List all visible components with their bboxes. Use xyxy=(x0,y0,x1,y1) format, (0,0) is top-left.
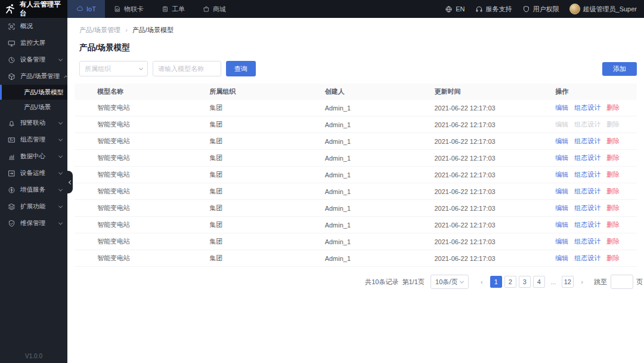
scada-design-link[interactable]: 组态设计 xyxy=(574,104,600,111)
edit-link[interactable]: 编辑 xyxy=(555,154,568,161)
edit-link[interactable]: 编辑 xyxy=(555,171,568,178)
sidebar-item-overview[interactable]: 概况 xyxy=(0,18,67,35)
topbar-globe-item[interactable]: EN xyxy=(445,5,465,13)
delete-link[interactable]: 删除 xyxy=(606,187,620,195)
scada-design-link[interactable]: 组态设计 xyxy=(574,171,600,178)
page-button-12[interactable]: 12 xyxy=(562,276,574,288)
pagination-total: 共10条记录 xyxy=(365,278,398,287)
scada-design-link[interactable]: 组态设计 xyxy=(574,254,600,262)
sidebar-item-extension[interactable]: 扩展功能 xyxy=(0,198,67,215)
cell-name: 智能变电站 xyxy=(75,137,209,146)
table-row: 智能变电站集团Admin_12021-06-22 12:17:03编辑组态设计删… xyxy=(75,200,637,217)
topbar-headset-item[interactable]: 服务支持 xyxy=(475,5,512,14)
edit-link[interactable]: 编辑 xyxy=(555,104,568,111)
table-row: 智能变电站集团Admin_12021-06-22 12:17:03编辑组态设计删… xyxy=(75,217,637,233)
prev-page-button[interactable]: ‹ xyxy=(476,276,488,288)
cell-actions: 编辑组态设计删除 xyxy=(555,220,637,229)
cell-name: 智能变电站 xyxy=(75,103,209,112)
cloud-icon xyxy=(76,5,83,13)
cell-name: 智能变电站 xyxy=(75,220,209,229)
scada-design-link[interactable]: 组态设计 xyxy=(574,221,600,228)
organization-select[interactable]: 所属组织 xyxy=(79,61,148,76)
sidebar-subitem-label: 产品/场景 xyxy=(24,103,51,112)
delete-link[interactable]: 删除 xyxy=(606,204,620,211)
page-button-1[interactable]: 1 xyxy=(490,276,502,288)
nav-item-mall[interactable]: 商城 xyxy=(194,0,235,18)
maintenance-icon xyxy=(8,220,16,227)
table-row: 智能变电站集团Admin_12021-06-22 12:17:03编辑组态设计删… xyxy=(75,116,637,133)
sidebar-item-scada[interactable]: 组态管理 xyxy=(0,131,67,148)
sidebar-item-device-mgmt[interactable]: 设备管理 xyxy=(0,51,67,68)
sidebar-item-label: 设备管理 xyxy=(20,56,54,64)
nav-item-work-order[interactable]: 工单 xyxy=(153,0,194,18)
table-row: 智能变电站集团Admin_12021-06-22 12:17:03编辑组态设计删… xyxy=(75,100,637,116)
scada-design-link[interactable]: 组态设计 xyxy=(574,238,600,245)
delete-link[interactable]: 删除 xyxy=(606,104,620,111)
next-page-button[interactable]: › xyxy=(576,276,588,288)
delete-link[interactable]: 删除 xyxy=(606,154,620,161)
sidebar-collapse-handle[interactable] xyxy=(67,171,73,193)
filter-bar: 所属组织 查询 添加 xyxy=(79,61,637,76)
topbar-right-label: EN xyxy=(456,5,465,13)
chevron-down-icon xyxy=(58,187,63,191)
sidebar-item-maintenance[interactable]: 维保管理 xyxy=(0,215,67,232)
edit-link[interactable]: 编辑 xyxy=(555,254,568,262)
table-row: 智能变电站集团Admin_12021-06-22 12:17:03编辑组态设计删… xyxy=(75,250,637,267)
delete-link[interactable]: 删除 xyxy=(606,221,620,228)
model-name-input[interactable] xyxy=(153,61,221,76)
table-row: 智能变电站集团Admin_12021-06-22 12:17:03编辑组态设计删… xyxy=(75,183,637,200)
sidebar-item-monitor[interactable]: 监控大屏 xyxy=(0,35,67,51)
edit-link[interactable]: 编辑 xyxy=(555,204,568,211)
cell-name: 智能变电站 xyxy=(75,187,209,196)
scada-design-link[interactable]: 组态设计 xyxy=(574,137,600,144)
delete-link[interactable]: 删除 xyxy=(606,171,620,178)
nav-item-cloud[interactable]: IoT xyxy=(67,0,105,18)
scada-design-link[interactable]: 组态设计 xyxy=(574,154,600,161)
topbar-right-label: 超级管理员_Super xyxy=(583,5,637,14)
search-button[interactable]: 查询 xyxy=(226,61,256,76)
sidebar-item-label: 报警联动 xyxy=(20,119,54,127)
edit-link[interactable]: 编辑 xyxy=(555,238,568,245)
jump-page-input[interactable] xyxy=(611,275,633,289)
overview-icon xyxy=(8,23,16,30)
model-table: 模型名称 所属组织 创建人 更新时间 操作 智能变电站集团Admin_12021… xyxy=(75,84,637,267)
nav-item-sim-card[interactable]: 物联卡 xyxy=(105,0,153,18)
topbar-shield-item[interactable]: 用户权限 xyxy=(522,5,559,14)
scada-design-link[interactable]: 组态设计 xyxy=(574,187,600,195)
delete-link[interactable]: 删除 xyxy=(606,137,620,144)
app-version: V1.0.0 xyxy=(0,353,67,359)
page-button-3[interactable]: 3 xyxy=(519,276,531,288)
topbar-right-label: 用户权限 xyxy=(533,5,559,14)
cell-updated: 2021-06-22 12:17:03 xyxy=(435,238,556,245)
edit-link[interactable]: 编辑 xyxy=(555,221,568,228)
delete-link[interactable]: 删除 xyxy=(606,238,620,245)
sidebar-item-product-mgmt[interactable]: 产品/场景管理 xyxy=(0,68,67,85)
cell-org: 集团 xyxy=(209,187,324,196)
page-size-select[interactable]: 10条/页 xyxy=(431,275,469,289)
chevron-down-icon xyxy=(139,66,143,70)
brand-title: 有人云管理平台 xyxy=(20,0,67,18)
cell-org: 集团 xyxy=(209,170,324,179)
page-ellipsis: ... xyxy=(547,276,559,288)
sidebar-item-alarm[interactable]: 报警联动 xyxy=(0,115,67,131)
nav-item-label: 物联卡 xyxy=(124,5,144,14)
col-header-organization: 所属组织 xyxy=(209,87,324,96)
edit-link[interactable]: 编辑 xyxy=(555,137,568,144)
nav-item-label: 商城 xyxy=(213,5,226,14)
scada-design-link[interactable]: 组态设计 xyxy=(574,204,600,211)
delete-link[interactable]: 删除 xyxy=(606,254,620,262)
sidebar-subitem-0[interactable]: 产品/场景模型 xyxy=(0,85,67,100)
breadcrumb-parent[interactable]: 产品/场景管理 xyxy=(79,26,120,33)
cell-creator: Admin_1 xyxy=(325,238,435,245)
topbar-avatar-item[interactable]: 超级管理员_Super xyxy=(569,4,637,14)
edit-link[interactable]: 编辑 xyxy=(555,187,568,195)
cell-creator: Admin_1 xyxy=(325,155,435,162)
page-button-4[interactable]: 4 xyxy=(533,276,545,288)
sidebar-item-value-service[interactable]: 增值服务 xyxy=(0,182,67,198)
page-button-2[interactable]: 2 xyxy=(504,276,516,288)
add-button[interactable]: 添加 xyxy=(602,62,637,76)
sidebar-subitem-1[interactable]: 产品/场景 xyxy=(0,100,67,115)
cell-org: 集团 xyxy=(209,204,324,213)
sidebar-item-device-ops[interactable]: 设备运维 xyxy=(0,165,67,182)
sidebar-item-data-center[interactable]: 数据中心 xyxy=(0,148,67,165)
